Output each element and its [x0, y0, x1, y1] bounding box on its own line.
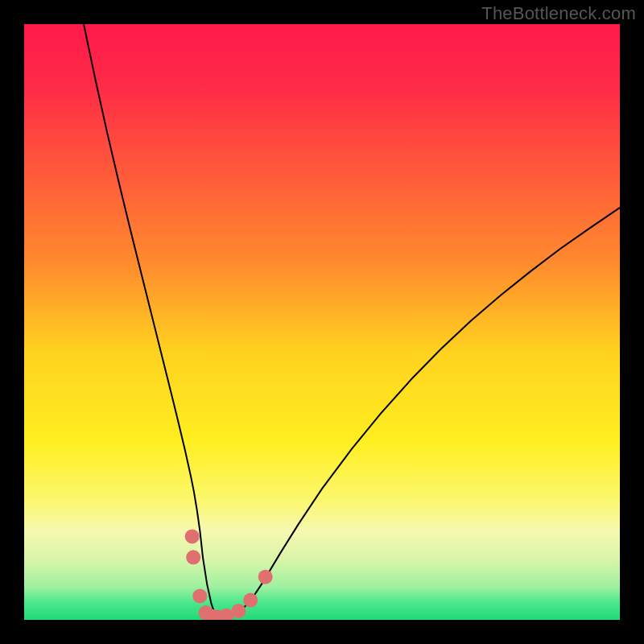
- trough-marker: [192, 588, 207, 603]
- trough-marker: [231, 604, 246, 618]
- chart-plot: [24, 24, 620, 620]
- chart-frame: TheBottleneck.com: [0, 0, 644, 644]
- watermark-text: TheBottleneck.com: [481, 3, 636, 24]
- trough-marker: [258, 570, 273, 584]
- trough-marker: [186, 550, 200, 564]
- trough-marker: [243, 593, 258, 608]
- chart-background: [24, 24, 620, 620]
- trough-marker: [185, 529, 200, 543]
